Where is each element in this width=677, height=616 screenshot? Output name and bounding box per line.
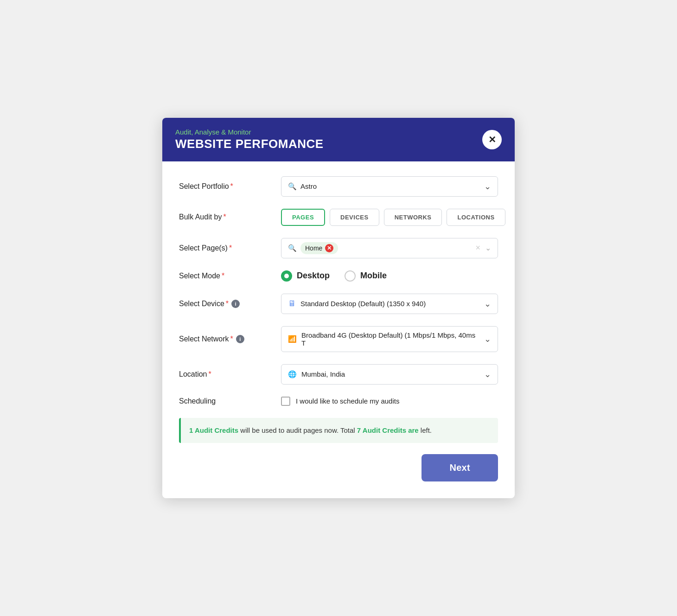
- pages-search-icon: 🔍: [288, 244, 297, 252]
- scheduling-label: Scheduling: [179, 397, 281, 405]
- device-label: Select Device* i: [179, 300, 281, 308]
- mobile-label: Mobile: [360, 271, 387, 281]
- modal-footer: Next: [179, 454, 498, 485]
- location-chevron-icon: ⌄: [484, 369, 491, 379]
- network-info-icon: i: [236, 335, 244, 343]
- location-value: Mumbai, India: [301, 370, 345, 378]
- mode-required: *: [222, 272, 224, 280]
- location-label: Location*: [179, 370, 281, 379]
- desktop-radio[interactable]: [281, 270, 292, 282]
- pages-label: Select Page(s)*: [179, 244, 281, 252]
- header-text: Audit, Analyse & Monitor WEBSITE PERFOMA…: [175, 128, 324, 151]
- header-title: WEBSITE PERFOMANCE: [175, 137, 324, 151]
- mode-radio-group: Desktop Mobile: [281, 270, 498, 282]
- page-tag-remove[interactable]: ✕: [325, 244, 333, 252]
- pages-required: *: [229, 244, 232, 252]
- portfolio-row: Select Portfolio* 🔍 Astro ⌄: [179, 176, 498, 197]
- tab-networks[interactable]: NETWORKS: [384, 209, 442, 226]
- portfolio-control: 🔍 Astro ⌄: [281, 176, 498, 197]
- tab-pages[interactable]: PAGES: [281, 209, 325, 226]
- scheduling-control: I would like to schedule my audits: [281, 397, 498, 406]
- device-icon: 🖥: [288, 299, 296, 308]
- header-subtitle: Audit, Analyse & Monitor: [175, 128, 324, 136]
- network-icon: 📶: [288, 335, 297, 343]
- mode-desktop-option[interactable]: Desktop: [281, 270, 330, 282]
- device-info-icon: i: [231, 300, 240, 308]
- portfolio-search-icon: 🔍: [288, 182, 297, 191]
- modal-body: Select Portfolio* 🔍 Astro ⌄ Bulk Audit b…: [162, 161, 515, 499]
- device-chevron-icon: ⌄: [484, 299, 491, 309]
- portfolio-value: Astro: [300, 182, 317, 190]
- network-row: Select Network* i 📶 Broadband 4G (Deskto…: [179, 326, 498, 352]
- portfolio-required: *: [230, 182, 233, 191]
- device-control: 🖥 Standard Desktop (Default) (1350 x 940…: [281, 294, 498, 314]
- pages-chevron-icon: ⌄: [485, 244, 491, 252]
- modal-header: Audit, Analyse & Monitor WEBSITE PERFOMA…: [162, 118, 515, 161]
- scheduling-checkbox[interactable]: [281, 397, 290, 406]
- portfolio-label: Select Portfolio*: [179, 182, 281, 191]
- location-control: 🌐 Mumbai, India ⌄: [281, 364, 498, 385]
- desktop-label: Desktop: [297, 271, 330, 281]
- scheduling-checkbox-label: I would like to schedule my audits: [296, 397, 399, 405]
- pages-input[interactable]: 🔍 Home ✕ × ⌄: [281, 238, 498, 258]
- network-value: Broadband 4G (Desktop Default) (1 Mbps/1…: [301, 331, 480, 347]
- credits-left: 7 Audit Credits are: [357, 426, 419, 434]
- mobile-radio[interactable]: [345, 270, 356, 282]
- info-text-end: left.: [421, 426, 432, 434]
- close-button[interactable]: ✕: [482, 130, 502, 149]
- network-label: Select Network* i: [179, 335, 281, 343]
- info-box: 1 Audit Credits will be used to audit pa…: [179, 418, 498, 443]
- network-required: *: [230, 335, 233, 343]
- portfolio-chevron-icon: ⌄: [484, 181, 491, 192]
- bulk-audit-required: *: [224, 213, 226, 221]
- pages-control: 🔍 Home ✕ × ⌄: [281, 238, 498, 258]
- network-select[interactable]: 📶 Broadband 4G (Desktop Default) (1 Mbps…: [281, 326, 498, 352]
- credits-used: 1 Audit Credits: [189, 426, 238, 434]
- network-control: 📶 Broadband 4G (Desktop Default) (1 Mbps…: [281, 326, 498, 352]
- device-required: *: [226, 300, 229, 308]
- bulk-audit-control: PAGES DEVICES NETWORKS LOCATIONS: [281, 209, 505, 226]
- page-tag-home: Home ✕: [300, 242, 338, 254]
- mode-label: Select Mode*: [179, 272, 281, 280]
- next-button[interactable]: Next: [422, 454, 498, 481]
- device-value: Standard Desktop (Default) (1350 x 940): [300, 300, 426, 308]
- portfolio-select[interactable]: 🔍 Astro ⌄: [281, 176, 498, 197]
- divider: ×: [475, 243, 480, 253]
- mode-mobile-option[interactable]: Mobile: [345, 270, 387, 282]
- bulk-audit-label: Bulk Audit by*: [179, 213, 281, 221]
- location-row: Location* 🌐 Mumbai, India ⌄: [179, 364, 498, 385]
- tab-group: PAGES DEVICES NETWORKS LOCATIONS: [281, 209, 505, 226]
- mode-control: Desktop Mobile: [281, 270, 498, 282]
- page-tag-label: Home: [305, 244, 322, 252]
- mode-row: Select Mode* Desktop Mobile: [179, 270, 498, 282]
- tab-locations[interactable]: LOCATIONS: [447, 209, 505, 226]
- location-select[interactable]: 🌐 Mumbai, India ⌄: [281, 364, 498, 385]
- globe-icon: 🌐: [288, 370, 297, 379]
- location-required: *: [209, 370, 211, 379]
- scheduling-row: Scheduling I would like to schedule my a…: [179, 397, 498, 406]
- modal-container: Audit, Analyse & Monitor WEBSITE PERFOMA…: [162, 118, 515, 499]
- tab-devices[interactable]: DEVICES: [330, 209, 379, 226]
- device-select[interactable]: 🖥 Standard Desktop (Default) (1350 x 940…: [281, 294, 498, 314]
- bulk-audit-row: Bulk Audit by* PAGES DEVICES NETWORKS LO…: [179, 209, 498, 226]
- network-chevron-icon: ⌄: [484, 334, 491, 344]
- info-text-middle: will be used to audit pages now. Total: [240, 426, 357, 434]
- scheduling-checkbox-row: I would like to schedule my audits: [281, 397, 498, 406]
- device-row: Select Device* i 🖥 Standard Desktop (Def…: [179, 294, 498, 314]
- pages-row: Select Page(s)* 🔍 Home ✕ × ⌄: [179, 238, 498, 258]
